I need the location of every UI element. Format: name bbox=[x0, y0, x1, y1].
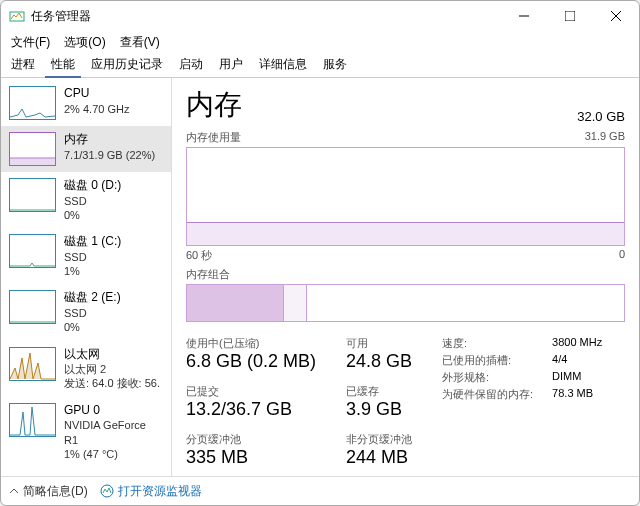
tab-processes[interactable]: 进程 bbox=[5, 53, 41, 76]
open-resource-monitor-link[interactable]: 打开资源监视器 bbox=[100, 483, 202, 500]
sidebar-item-label: GPU 0 bbox=[64, 403, 163, 419]
disk-thumb bbox=[9, 290, 56, 324]
committed-label: 已提交 bbox=[186, 384, 316, 399]
menu-view[interactable]: 查看(V) bbox=[114, 32, 166, 53]
titlebar[interactable]: 任务管理器 bbox=[1, 1, 639, 31]
chevron-up-icon bbox=[9, 486, 19, 496]
committed-value: 13.2/36.7 GB bbox=[186, 399, 316, 420]
net-thumb bbox=[9, 347, 56, 381]
menubar: 文件(F) 选项(O) 查看(V) bbox=[1, 31, 639, 53]
axis-right: 0 bbox=[619, 248, 625, 263]
tab-users[interactable]: 用户 bbox=[213, 53, 249, 76]
sidebar-item-label: 内存 bbox=[64, 132, 155, 148]
paged-label: 分页缓冲池 bbox=[186, 432, 316, 447]
spec-form: DIMM bbox=[552, 370, 581, 385]
sidebar-item-label: 磁盘 2 (E:) bbox=[64, 290, 121, 306]
sidebar-item-disk-2[interactable]: 磁盘 2 (E:)SSD0% bbox=[1, 284, 171, 340]
sidebar-item-ethernet[interactable]: 以太网以太网 2发送: 64.0 接收: 56. bbox=[1, 341, 171, 397]
cached-label: 已缓存 bbox=[346, 384, 412, 399]
sidebar-item-memory[interactable]: 内存7.1/31.9 GB (22%) bbox=[1, 126, 171, 172]
usage-chart-max: 31.9 GB bbox=[585, 130, 625, 145]
tab-performance[interactable]: 性能 bbox=[45, 53, 81, 78]
main-panel: 内存 32.0 GB 内存使用量31.9 GB 60 秒0 内存组合 使用中(已… bbox=[172, 78, 639, 476]
footer: 简略信息(D) 打开资源监视器 bbox=[1, 476, 639, 505]
app-icon bbox=[9, 8, 25, 24]
page-title: 内存 bbox=[186, 86, 242, 124]
menu-file[interactable]: 文件(F) bbox=[5, 32, 56, 53]
composition-label: 内存组合 bbox=[186, 267, 625, 282]
tab-startup[interactable]: 启动 bbox=[173, 53, 209, 76]
sidebar-item-disk-0[interactable]: 磁盘 0 (D:)SSD0% bbox=[1, 172, 171, 228]
sidebar-item-gpu[interactable]: GPU 0NVIDIA GeForce R11% (47 °C) bbox=[1, 397, 171, 467]
gpu-thumb bbox=[9, 403, 56, 437]
tab-history[interactable]: 应用历史记录 bbox=[85, 53, 169, 76]
paged-value: 335 MB bbox=[186, 447, 316, 468]
fewer-details-button[interactable]: 简略信息(D) bbox=[9, 483, 88, 500]
total-memory: 32.0 GB bbox=[577, 109, 625, 124]
nonpaged-value: 244 MB bbox=[346, 447, 412, 468]
minimize-button[interactable] bbox=[501, 1, 547, 31]
in-use-value: 6.8 GB (0.2 MB) bbox=[186, 351, 316, 372]
close-button[interactable] bbox=[593, 1, 639, 31]
cached-value: 3.9 GB bbox=[346, 399, 412, 420]
menu-options[interactable]: 选项(O) bbox=[58, 32, 111, 53]
available-label: 可用 bbox=[346, 336, 412, 351]
spec-speed: 3800 MHz bbox=[552, 336, 602, 351]
tab-details[interactable]: 详细信息 bbox=[253, 53, 313, 76]
cpu-thumb bbox=[9, 86, 56, 120]
disk-thumb bbox=[9, 234, 56, 268]
window-controls bbox=[501, 1, 639, 31]
svg-rect-5 bbox=[10, 158, 55, 165]
task-manager-window: 任务管理器 文件(F) 选项(O) 查看(V) 进程 性能 应用历史记录 启动 … bbox=[0, 0, 640, 506]
axis-left: 60 秒 bbox=[186, 248, 212, 263]
maximize-button[interactable] bbox=[547, 1, 593, 31]
sidebar-item-label: 以太网 bbox=[64, 347, 160, 363]
in-use-label: 使用中(已压缩) bbox=[186, 336, 316, 351]
usage-chart-label: 内存使用量 bbox=[186, 130, 241, 145]
memory-thumb bbox=[9, 132, 56, 166]
memory-composition-chart[interactable] bbox=[186, 284, 625, 322]
available-value: 24.8 GB bbox=[346, 351, 412, 372]
monitor-icon bbox=[100, 484, 114, 498]
disk-thumb bbox=[9, 178, 56, 212]
memory-specs: 速度:3800 MHz 已使用的插槽:4/4 外形规格:DIMM 为硬件保留的内… bbox=[442, 336, 625, 468]
spec-slots: 4/4 bbox=[552, 353, 567, 368]
spec-reserved: 78.3 MB bbox=[552, 387, 593, 402]
sidebar: CPU2% 4.70 GHz 内存7.1/31.9 GB (22%) 磁盘 0 … bbox=[1, 78, 172, 476]
tabbar: 进程 性能 应用历史记录 启动 用户 详细信息 服务 bbox=[1, 53, 639, 78]
sidebar-item-label: 磁盘 1 (C:) bbox=[64, 234, 121, 250]
tab-services[interactable]: 服务 bbox=[317, 53, 353, 76]
svg-rect-2 bbox=[565, 11, 575, 21]
sidebar-item-label: CPU bbox=[64, 86, 129, 102]
memory-usage-chart[interactable] bbox=[186, 147, 625, 246]
window-title: 任务管理器 bbox=[31, 8, 501, 25]
sidebar-item-disk-1[interactable]: 磁盘 1 (C:)SSD1% bbox=[1, 228, 171, 284]
sidebar-item-cpu[interactable]: CPU2% 4.70 GHz bbox=[1, 80, 171, 126]
sidebar-item-label: 磁盘 0 (D:) bbox=[64, 178, 121, 194]
nonpaged-label: 非分页缓冲池 bbox=[346, 432, 412, 447]
